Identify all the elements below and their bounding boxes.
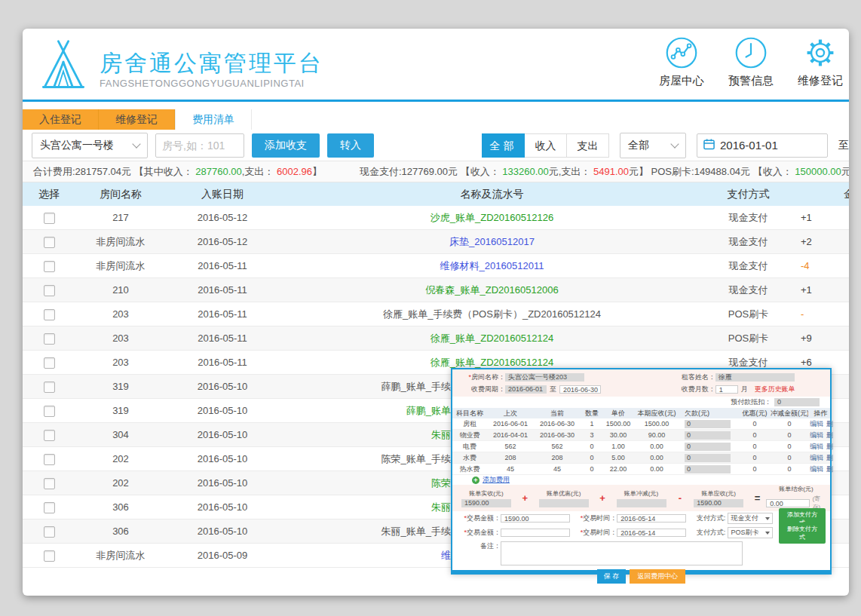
total-value-row: 1590.00 (694, 499, 743, 507)
building-select[interactable]: 头宫公寓一号楼 (32, 133, 148, 158)
logo-text: 房舍通公寓管理平台 FANGSHETONGGONGYUGUANLIPINGTAI (100, 44, 323, 89)
select-cell (23, 259, 75, 271)
filter-toolbar: 头宫公寓一号楼 添加收支 转入 全部收入支出 全部 2016-01-01 至 (23, 130, 849, 161)
edit-link[interactable]: 编辑 (810, 420, 823, 428)
bill-name-link[interactable]: 徐雁_账单_ZD20160512124 (279, 332, 705, 345)
tab-维修登记[interactable]: 维修登记 (99, 109, 175, 130)
bill-name-link[interactable]: 沙虎_账单_ZD20160512126 (279, 211, 705, 225)
date-from-value: 2016-01-01 (720, 139, 778, 152)
delete-link[interactable]: 删除 (826, 443, 833, 450)
delete-link[interactable]: 删除 (826, 431, 833, 439)
total-input[interactable]: 1590.00 (461, 499, 511, 507)
payment-method-select[interactable]: 现金支付 (728, 513, 773, 524)
bill-name-link[interactable]: 徐雁_账单_ZD20160512124 (279, 356, 705, 369)
room-cell: 202 (75, 453, 166, 464)
add-income-expense-button[interactable]: 添加收支 (252, 133, 320, 158)
pay-type-select[interactable]: 全部 (620, 133, 686, 158)
bill-name-link[interactable]: 维修材料_20160512011 (279, 259, 705, 273)
delete-link[interactable]: 删除 (826, 420, 833, 428)
debt-input[interactable]: 0 (685, 431, 731, 440)
payment-method-select[interactable]: POS刷卡 (728, 527, 773, 538)
debt-input[interactable]: 0 (685, 454, 731, 462)
row-checkbox[interactable] (44, 309, 55, 320)
total-input[interactable] (617, 499, 666, 507)
edit-link[interactable]: 编辑 (810, 431, 823, 439)
debt-input[interactable]: 0 (685, 465, 731, 473)
return-fee-center-button[interactable]: 返回费用中心 (630, 569, 685, 584)
delete-link[interactable]: 删除 (826, 465, 833, 473)
transaction-amount-input[interactable] (501, 529, 570, 537)
fee-cell: 1.00 (603, 443, 633, 450)
fee-cell: 水费 (452, 453, 487, 463)
transaction-amount-input[interactable]: 1590.00 (501, 514, 570, 523)
period-to-input[interactable]: 2016-06-30 (559, 385, 601, 394)
date-from-input[interactable]: 2016-01-01 (697, 133, 828, 158)
fee-cell: 0 (739, 431, 771, 439)
row-checkbox[interactable] (44, 502, 55, 513)
select-cell (23, 404, 75, 416)
months-input[interactable]: 1 (715, 385, 738, 394)
pay-method-cell: 现金支付 (705, 211, 792, 225)
summary-text: 元】 POS刷卡:149488.04元 【收入： (629, 166, 795, 177)
row-checkbox[interactable] (44, 285, 55, 296)
tent-logo-icon (35, 36, 92, 97)
transaction-time-input[interactable]: 2016-05-14 (617, 514, 686, 523)
column-header: 选择 (23, 182, 75, 206)
row-checkbox[interactable] (44, 382, 55, 393)
segment-全部[interactable]: 全部 (482, 133, 525, 158)
total-input[interactable]: 0.00 (766, 499, 810, 507)
row-checkbox[interactable] (44, 430, 55, 441)
tab-费用清单[interactable]: 费用清单 (175, 109, 252, 130)
select-cell (23, 428, 75, 440)
row-checkbox[interactable] (44, 237, 55, 248)
period-to-separator: 至 (550, 385, 556, 394)
tab-入住登记[interactable]: 入住登记 (23, 109, 99, 130)
room-name-input[interactable]: 头宫公寓一号楼203 (505, 373, 584, 382)
bill-name-link[interactable]: 床垫_20160512017 (279, 235, 705, 249)
room-cell: 非房间流水 (75, 259, 166, 273)
remark-label: 备注： (457, 541, 501, 551)
bill-name-link[interactable]: 倪春森_账单_ZD20160512006 (279, 283, 705, 297)
edit-link[interactable]: 编辑 (810, 443, 823, 450)
prepay-input[interactable]: 0 (774, 398, 820, 406)
row-checkbox[interactable] (44, 261, 55, 272)
nav-label: 维修登记 (789, 74, 849, 88)
row-checkbox[interactable] (44, 478, 55, 489)
row-checkbox[interactable] (44, 357, 55, 369)
remark-textarea[interactable] (501, 541, 743, 565)
prepay-label: 预付款抵扣： (731, 397, 771, 407)
row-checkbox[interactable] (44, 550, 55, 562)
fee-cell: 0 (739, 465, 771, 473)
debt-input[interactable]: 0 (685, 420, 731, 428)
segment-支出[interactable]: 支出 (567, 133, 609, 158)
row-checkbox[interactable] (44, 333, 55, 345)
room-number-input[interactable] (155, 133, 244, 158)
save-button[interactable]: 保 存 (597, 569, 627, 584)
summary-text: 元,支出： (549, 166, 593, 177)
transaction-time-input[interactable]: 2016-05-14 (617, 529, 686, 537)
tenant-name-input[interactable]: 徐雁 (715, 373, 795, 382)
nav-chart[interactable]: 房屋中心 (650, 36, 713, 88)
row-checkbox[interactable] (44, 526, 55, 538)
fee-cell: 2016-06-01 (487, 420, 534, 428)
row-checkbox[interactable] (44, 213, 55, 224)
total-input[interactable]: 1590.00 (694, 499, 743, 507)
nav-gear[interactable]: 维修登记 (789, 36, 849, 88)
period-from-input[interactable]: 2016-06-01 (505, 385, 547, 394)
date-cell: 2016-05-11 (166, 357, 279, 368)
nav-clock[interactable]: 预警信息 (719, 36, 783, 88)
select-cell (23, 283, 75, 296)
debt-input[interactable]: 0 (685, 443, 731, 451)
transfer-in-button[interactable]: 转入 (327, 133, 374, 158)
row-checkbox[interactable] (44, 454, 55, 465)
fee-row: 热水费4545022.000.00000编辑删除 (452, 464, 830, 475)
row-checkbox[interactable] (44, 406, 55, 417)
segment-收入[interactable]: 收入 (525, 133, 567, 158)
history-bills-link[interactable]: 更多历史账单 (755, 385, 795, 394)
edit-link[interactable]: 编辑 (810, 465, 823, 473)
delete-payment-method-button[interactable]: 删除支付方式 (779, 523, 826, 544)
edit-link[interactable]: 编辑 (810, 454, 823, 461)
delete-link[interactable]: 删除 (826, 454, 833, 461)
total-input[interactable] (539, 499, 589, 507)
add-fee-link[interactable]: 添加费用 (483, 475, 510, 485)
